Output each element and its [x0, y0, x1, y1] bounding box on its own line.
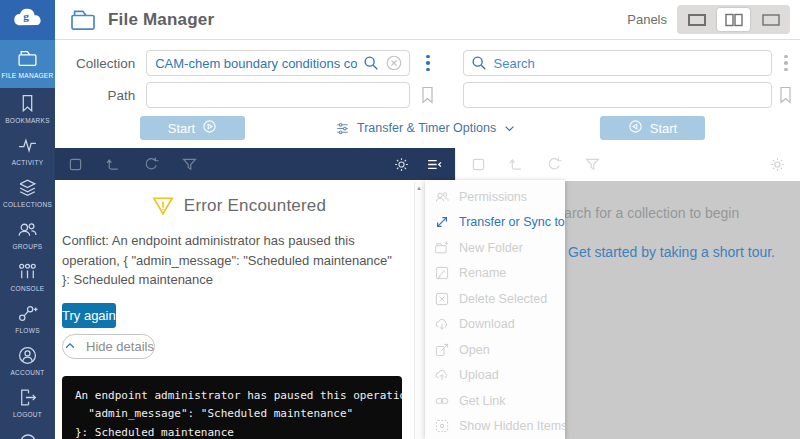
- globus-app: g FILE MANAGERBOOKMARKSACTIVITYCOLLECTIO…: [0, 0, 800, 439]
- bookmark-icon: [17, 93, 38, 114]
- sidebar-nav: FILE MANAGERBOOKMARKSACTIVITYCOLLECTIONS…: [0, 40, 55, 424]
- sidebar-item-flows[interactable]: FLOWS: [0, 298, 55, 340]
- transfer-icon: [434, 214, 450, 230]
- dual-panel-icon: [724, 13, 744, 27]
- collection-menu-dots[interactable]: [424, 53, 432, 74]
- upload-icon: [434, 367, 450, 383]
- select-all-icon[interactable]: [67, 156, 84, 173]
- panels-wide-button[interactable]: [754, 8, 787, 31]
- activity-icon: [17, 135, 38, 156]
- sidebar-item-account[interactable]: ACCOUNT: [0, 340, 55, 382]
- sidebar-item-bookmarks[interactable]: BOOKMARKS: [0, 88, 55, 130]
- panels-dual-button[interactable]: [717, 8, 750, 31]
- hide-details-button[interactable]: Hide details: [62, 334, 155, 359]
- sidebar-item-groups[interactable]: GROUPS: [0, 214, 55, 256]
- error-details-code: An endpoint administrator has paused thi…: [62, 376, 402, 439]
- logout-icon: [17, 387, 38, 408]
- start-row: Start Transfer & Timer Options Start: [55, 116, 800, 140]
- new-folder-icon: [434, 240, 450, 256]
- context-menu: PermissionsTransfer or Sync to...New Fol…: [425, 180, 565, 439]
- collection-label: Collection: [55, 56, 146, 71]
- svg-text:g: g: [23, 10, 29, 22]
- error-message: Conflict: An endpoint administrator has …: [62, 231, 402, 290]
- transfer-options-label: Transfer & Timer Options: [357, 121, 496, 135]
- path-input-left[interactable]: [146, 82, 410, 108]
- play-left-icon: [628, 119, 643, 137]
- up-one-folder-icon[interactable]: [105, 156, 122, 173]
- transfer-timer-options[interactable]: Transfer & Timer Options: [335, 117, 516, 139]
- sidebar-item-label: COLLECTIONS: [2, 200, 54, 209]
- bookmark-save-icon-left[interactable]: [420, 86, 435, 104]
- get-link-icon: [434, 393, 450, 409]
- sidebar-item-console[interactable]: CONSOLE: [0, 256, 55, 298]
- sliders-icon: [335, 121, 350, 136]
- collection-hint-text: Search for a collection to begin: [547, 205, 739, 221]
- filter-icon[interactable]: [181, 156, 198, 173]
- warning-triangle-icon: [152, 196, 174, 216]
- menu-item-label: Get Link: [459, 394, 506, 408]
- transfer-form: Collection Path: [55, 40, 800, 148]
- sidebar-partial-icon: [0, 424, 55, 439]
- search-icon: [470, 54, 488, 72]
- menu-item-upload: Upload: [425, 363, 565, 389]
- collection-search-icon[interactable]: [362, 54, 380, 72]
- console-icon: [17, 261, 38, 282]
- collection-row: Collection: [55, 50, 800, 76]
- menu-item-label: Permissions: [459, 190, 527, 204]
- path-input-right[interactable]: [463, 82, 772, 108]
- left-panel-settings-gear-icon[interactable]: [393, 156, 410, 173]
- menu-item-label: Delete Selected: [459, 292, 547, 306]
- left-panel-scrollbar[interactable]: ▲: [414, 182, 423, 439]
- play-right-icon: [202, 119, 217, 137]
- account-icon: [17, 345, 38, 366]
- menu-item-permissions: Permissions: [425, 184, 565, 210]
- page-title: File Manager: [108, 10, 214, 30]
- error-title: Error Encountered: [184, 196, 326, 216]
- permissions-icon: [434, 189, 450, 205]
- menu-item-rename: Rename: [425, 261, 565, 287]
- search-collection-input[interactable]: [463, 50, 772, 76]
- menu-item-transfer-or-sync-to[interactable]: Transfer or Sync to...: [425, 210, 565, 236]
- globus-logo[interactable]: g: [0, 0, 55, 40]
- sidebar-item-activity[interactable]: ACTIVITY: [0, 130, 55, 172]
- open-icon: [434, 342, 450, 358]
- start-left-label: Start: [168, 121, 195, 136]
- filter-icon: [584, 156, 601, 173]
- file-panels: Error Encountered Conflict: An endpoint …: [55, 148, 800, 439]
- panels-layout-group: [677, 5, 790, 34]
- sidebar-item-label: FILE MANAGER: [2, 71, 54, 80]
- scrollbar-up-arrow[interactable]: ▲: [415, 182, 423, 191]
- collections-icon: [17, 177, 38, 198]
- menu-item-label: Upload: [459, 368, 499, 382]
- collection-clear-icon[interactable]: [385, 54, 403, 72]
- sidebar-item-collections[interactable]: COLLECTIONS: [0, 172, 55, 214]
- try-again-button[interactable]: Try again: [62, 303, 116, 328]
- menu-item-open: Open: [425, 337, 565, 363]
- rename-icon: [434, 265, 450, 281]
- flows-icon: [17, 303, 38, 324]
- select-all-icon: [470, 156, 487, 173]
- start-transfer-left-button[interactable]: Start: [140, 116, 245, 140]
- delete-icon: [434, 291, 450, 307]
- panel-menu-icon[interactable]: [426, 156, 443, 173]
- right-panel-menu-dots[interactable]: [782, 53, 790, 74]
- menu-item-show-hidden-items: Show Hidden Items: [425, 414, 565, 439]
- error-view: Error Encountered Conflict: An endpoint …: [55, 180, 423, 439]
- sidebar-item-logout[interactable]: LOGOUT: [0, 382, 55, 424]
- right-panel-toolbar: [455, 148, 800, 180]
- menu-item-label: New Folder: [459, 241, 523, 255]
- download-icon: [434, 316, 450, 332]
- start-transfer-right-button[interactable]: Start: [600, 116, 705, 140]
- panels-single-button[interactable]: [680, 8, 713, 31]
- tour-link[interactable]: Get started by taking a short tour.: [568, 244, 775, 260]
- start-right-label: Start: [650, 121, 677, 136]
- menu-item-get-link: Get Link: [425, 388, 565, 414]
- file-manager-header-icon: [70, 9, 96, 31]
- sidebar-item-label: GROUPS: [2, 242, 54, 251]
- refresh-icon[interactable]: [143, 156, 160, 173]
- menu-item-label: Transfer or Sync to...: [459, 215, 565, 229]
- bookmark-save-icon-right[interactable]: [778, 86, 793, 104]
- menu-item-label: Download: [459, 317, 515, 331]
- wide-panel-icon: [761, 13, 781, 27]
- sidebar-item-file-manager[interactable]: FILE MANAGER: [0, 40, 55, 88]
